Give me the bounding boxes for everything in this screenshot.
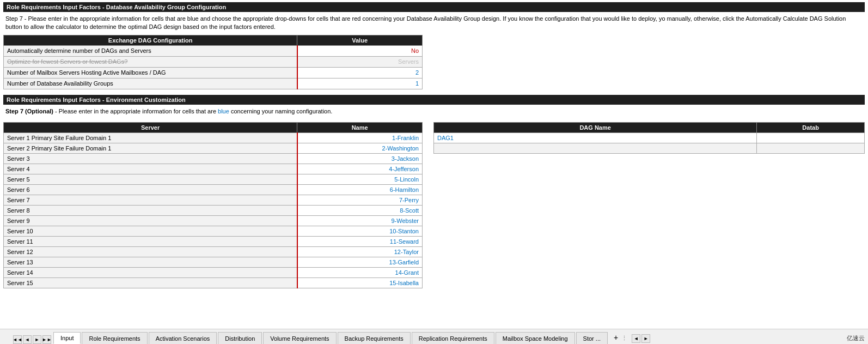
server-name-cell[interactable]: 4-Jefferson <box>297 164 423 174</box>
tab-nav-next[interactable]: ► <box>33 335 41 344</box>
tab-nav-first[interactable]: ◄◄ <box>13 335 22 344</box>
dag-db-cell[interactable] <box>757 143 865 154</box>
server-name-cell[interactable]: 13-Garfield <box>297 257 423 268</box>
server-name-cell[interactable]: 2-Washington <box>297 143 423 154</box>
dag-row-3-value[interactable]: 2 <box>297 67 423 78</box>
server-table-row: Server 66-Hamilton <box>4 185 423 195</box>
server-label-cell: Server 12 <box>4 247 297 257</box>
server-name-cell[interactable]: 12-Taylor <box>297 247 423 257</box>
server-label-cell: Server 8 <box>4 206 297 216</box>
tab-nav-prev[interactable]: ◄ <box>23 335 32 344</box>
server-name-cell[interactable]: 9-Webster <box>297 216 423 226</box>
scroll-right-btn[interactable]: ► <box>641 334 650 343</box>
env-desc-blue: blue <box>218 108 229 114</box>
server-name-cell[interactable]: 14-Grant <box>297 268 423 278</box>
server-table-container: Server Name Server 1 Primary Site Failur… <box>3 122 423 288</box>
dag-name-cell[interactable]: DAG1 <box>434 133 757 143</box>
tables-row: Server Name Server 1 Primary Site Failur… <box>3 122 865 288</box>
table-row: Number of Database Availability Groups 1 <box>4 78 423 89</box>
tab-input[interactable]: Input <box>53 332 81 344</box>
scroll-left-btn[interactable]: ◄ <box>632 334 640 343</box>
server-label-cell: Server 10 <box>4 226 297 237</box>
server-table-row: Server 1515-Isabella <box>4 278 423 288</box>
server-table: Server Name Server 1 Primary Site Failur… <box>3 122 423 288</box>
table-row: Number of Mailbox Servers Hosting Active… <box>4 67 423 78</box>
dag-table-row: DAG1 <box>434 133 865 143</box>
server-label-cell: Server 9 <box>4 216 297 226</box>
server-label-cell: Server 2 Primary Site Failure Domain 1 <box>4 143 297 154</box>
server-name-cell[interactable]: 15-Isabella <box>297 278 423 288</box>
server-label-cell: Server 11 <box>4 237 297 247</box>
tab-mailbox-space-modeling[interactable]: Mailbox Space Modeling <box>496 332 575 344</box>
tab-add[interactable]: + <box>612 333 620 343</box>
server-label-cell: Server 5 <box>4 174 297 185</box>
server-name-cell[interactable]: 10-Stanton <box>297 226 423 237</box>
env-desc-suffix: - Please enter in the appropriate inform… <box>53 108 218 114</box>
dag-row-2-value: Servers <box>297 56 423 67</box>
server-label-cell: Server 6 <box>4 185 297 195</box>
server-name-cell[interactable]: 1-Franklin <box>297 133 423 143</box>
server-label-cell: Server 3 <box>4 154 297 164</box>
brand-label: 亿速云 <box>847 334 865 342</box>
tab-controls: + ⋮ <box>610 333 627 344</box>
server-table-row: Server 1111-Seward <box>4 237 423 247</box>
server-label-cell: Server 14 <box>4 268 297 278</box>
dag-config-description: Step 7 - Please enter in the appropriate… <box>3 13 865 35</box>
server-table-row: Server 2 Primary Site Failure Domain 12-… <box>4 143 423 154</box>
server-name-cell[interactable]: 11-Seward <box>297 237 423 247</box>
server-label-cell: Server 4 <box>4 164 297 174</box>
server-table-row: Server 88-Scott <box>4 206 423 216</box>
dag-config-table: Exchange DAG Configuration Value Automat… <box>3 35 423 89</box>
server-col-name: Name <box>297 123 423 133</box>
server-table-row: Server 33-Jackson <box>4 154 423 164</box>
table-row: Optimize for fewest Servers or fewest DA… <box>4 56 423 67</box>
tab-stor-...[interactable]: Stor ... <box>576 332 608 344</box>
server-name-cell[interactable]: 6-Hamilton <box>297 185 423 195</box>
server-table-row: Server 1313-Garfield <box>4 257 423 268</box>
dag-row-4-label: Number of Database Availability Groups <box>4 78 297 89</box>
tab-nav-last[interactable]: ►► <box>42 335 51 344</box>
tab-backup-requirements[interactable]: Backup Requirements <box>338 332 411 344</box>
server-name-cell[interactable]: 5-Lincoln <box>297 174 423 185</box>
dag-config-col-config: Exchange DAG Configuration <box>4 35 297 45</box>
env-desc-end: concerning your naming configuration. <box>229 108 333 114</box>
dag-name-table: DAG Name Datab DAG1 <box>433 122 865 154</box>
tab-replication-requirements[interactable]: Replication Requirements <box>412 332 494 344</box>
dag-table-row <box>434 143 865 154</box>
tab-role-requirements[interactable]: Role Requirements <box>82 332 147 344</box>
server-table-row: Server 1212-Taylor <box>4 247 423 257</box>
dag-col-name: DAG Name <box>434 123 757 133</box>
dag-row-4-value[interactable]: 1 <box>297 78 423 89</box>
server-name-cell[interactable]: 3-Jackson <box>297 154 423 164</box>
content-area: Role Requirements Input Factors - Databa… <box>0 0 868 329</box>
dag-row-2-label: Optimize for fewest Servers or fewest DA… <box>4 56 297 67</box>
env-custom-description: Step 7 (Optional) - Please enter in the … <box>3 106 865 119</box>
server-label-cell: Server 15 <box>4 278 297 288</box>
server-name-cell[interactable]: 8-Scott <box>297 206 423 216</box>
env-custom-header: Role Requirements Input Factors - Enviro… <box>3 95 865 105</box>
server-table-row: Server 1 Primary Site Failure Domain 11-… <box>4 133 423 143</box>
table-row: Automatically determine number of DAGs a… <box>4 45 423 56</box>
dag-config-section: Role Requirements Input Factors - Databa… <box>3 2 865 89</box>
tab-nav-arrows: ◄◄ ◄ ► ►► <box>13 335 51 344</box>
dag-row-1-label: Automatically determine number of DAGs a… <box>4 45 297 56</box>
dag-table-container: DAG Name Datab DAG1 <box>433 122 865 288</box>
server-label-cell: Server 13 <box>4 257 297 268</box>
dag-config-col-value: Value <box>297 35 423 45</box>
dag-db-cell[interactable] <box>757 133 865 143</box>
server-label-cell: Server 1 Primary Site Failure Domain 1 <box>4 133 297 143</box>
server-table-row: Server 44-Jefferson <box>4 164 423 174</box>
dag-config-header: Role Requirements Input Factors - Databa… <box>3 2 865 12</box>
server-table-row: Server 1414-Grant <box>4 268 423 278</box>
server-table-row: Server 99-Webster <box>4 216 423 226</box>
tab-activation-scenarios[interactable]: Activation Scenarios <box>149 332 217 344</box>
dag-row-1-value[interactable]: No <box>297 45 423 56</box>
server-col-server: Server <box>4 123 297 133</box>
dag-name-cell[interactable] <box>434 143 757 154</box>
env-step-label: Step 7 (Optional) <box>5 108 53 114</box>
server-table-row: Server 55-Lincoln <box>4 174 423 185</box>
tab-distribution[interactable]: Distribution <box>218 332 262 344</box>
server-name-cell[interactable]: 7-Perry <box>297 195 423 206</box>
env-custom-section: Role Requirements Input Factors - Enviro… <box>3 95 865 288</box>
tab-volume-requirements[interactable]: Volume Requirements <box>263 332 336 344</box>
